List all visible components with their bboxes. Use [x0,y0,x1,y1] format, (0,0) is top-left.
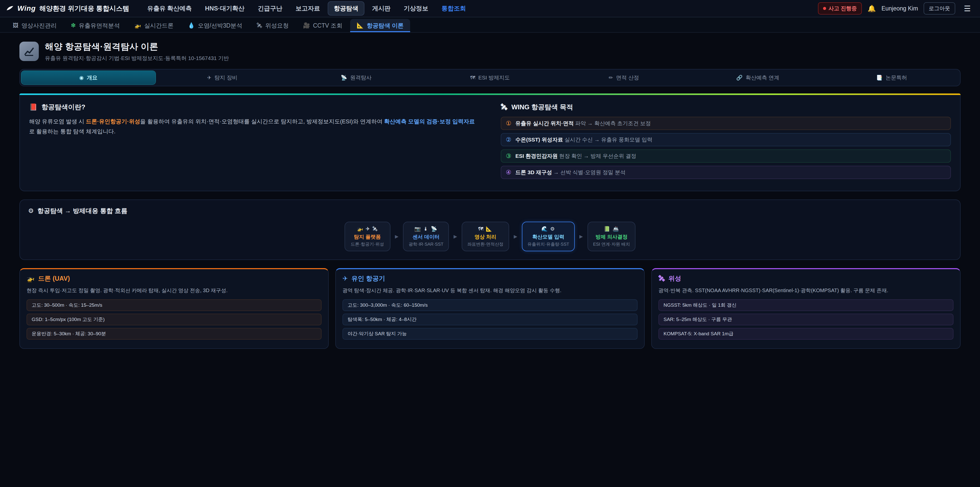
purpose-item-3: ③ ESI 환경민감자원 현장 확인 → 방제 우선순위 결정 [501,149,951,163]
plane-icon: ✈ [342,275,348,282]
subtab-label: CCTV 조회 [313,22,342,30]
text-segment: 해양 유류오염 발생 시 [29,118,86,125]
subtab-aerial-search-theory[interactable]: 📐 항공탐색 이론 [350,19,410,32]
card-title: 드론 (UAV) [38,274,70,283]
nav-oil-spill-prediction[interactable]: 유출유 확산예측 [142,2,197,15]
panel-header: 🛰 WING 항공탐색 목적 [501,103,951,112]
tab-detection-equipment[interactable]: ✈ 탐지 장비 [156,71,290,84]
nav-reports[interactable]: 보고자료 [290,2,326,15]
nav-board[interactable]: 게시판 [366,2,396,15]
card-header: 🛰 위성 [659,274,953,283]
incident-status-badge[interactable]: 사고 진행중 [818,2,862,14]
manned-aircraft-card: ✈ 유인 항공기 광역 탐색·장시간 체공. 광학·IR·SAR·SLAR·UV… [335,268,645,349]
circled-number-icon: ④ [506,169,511,176]
tab-overview[interactable]: ◉ 개요 [21,71,156,84]
tab-papers-patents[interactable]: 📑 논문특허 [824,71,959,84]
nav-aerial-search[interactable]: 항공탐색 [328,1,364,16]
satellite-icon: 🛰 [659,275,665,282]
flow-step-model-input: 🌊 ⚙ 확산모델 입력 유출위치·유출량·SST [522,222,575,251]
spec-row: GSD: 1–5cm/px (100m 고도 기준) [27,314,321,325]
subtab-pollution-ship-3d[interactable]: 💧 오염/선박3D분석 [181,19,249,32]
highlight-model-input: 확산예측 모델의 검증·보정 입력자료 [384,118,475,125]
purpose-text: 수온(SST) 위성자료 실시간 수신 → 유출유 풍화모델 입력 [515,136,652,143]
spec-row: 고도: 300–3,000m · 속도: 60–150m/s [342,299,638,311]
card-description: 광역·반복 관측. SST(NOAA AVHRR·NGSST)·SAR(Sent… [659,286,953,295]
spec-row: KOMPSAT-5: X-band SAR 1m급 [659,328,953,340]
tab-label: ESI 방제지도 [478,74,510,81]
tab-label: 개요 [87,74,97,81]
page-title-group: 해양 항공탐색·원격탐사 이론 유출유 원격탐지·항공감시 기법·ESI 방제정… [45,41,229,62]
drone-card: 🚁 드론 (UAV) 현장 즉시 투입·저고도 정밀 촬영. 광학·적외선 카메… [19,268,329,349]
wing-purpose-panel: 🛰 WING 항공탐색 목적 ① 유출유 실시간 위치·면적 파악 → 확산예측… [501,103,951,182]
antenna-icon: 📡 [341,75,347,81]
book-icon: 📕 [29,103,37,111]
nav-integrated-search[interactable]: 통합조회 [436,2,472,15]
nav-weather-info[interactable]: 기상정보 [398,2,434,15]
panel-title: 항공탐색이란? [41,103,85,112]
subtab-label: 영상사진관리 [21,22,57,30]
flow-step-label: 확산모델 입력 [528,233,569,240]
app-logo[interactable]: Wing 해양환경 위기대응 통합시스템 [6,4,129,13]
subtab-label: 위성요청 [265,22,289,30]
incident-dot-icon [823,7,826,10]
tab-remote-sensing[interactable]: 📡 원격탐사 [289,71,423,84]
notification-bell-icon[interactable]: 🔔 [867,5,876,13]
circled-number-icon: ② [506,136,511,143]
page-header: 해양 항공탐색·원격탐사 이론 유출유 원격탐지·항공감시 기법·ESI 방제정… [19,41,961,62]
purpose-rest: 실시간 수신 → 유출유 풍화모델 입력 [563,137,652,142]
card-title: 위성 [668,274,681,283]
hamburger-menu-icon[interactable]: ☰ [961,3,974,14]
section-tabbar: ◉ 개요 ✈ 탐지 장비 📡 원격탐사 🗺 ESI 방제지도 ✏ 면적 산정 🔗 [19,69,961,86]
satellite-card: 🛰 위성 광역·반복 관측. SST(NOAA AVHRR·NGSST)·SAR… [651,268,961,349]
drone-icon: 🚁 [27,275,35,282]
flow-step-desc: 유출위치·유출량·SST [528,241,569,247]
spec-row: 야간·악기상 SAR 탐지 가능 [342,328,638,340]
subtab-realtime-drone[interactable]: 🚁 실시간드론 [127,19,180,32]
subtab-cctv-view[interactable]: 🎥 CCTV 조회 [296,19,349,32]
purpose-item-2: ② 수온(SST) 위성자료 실시간 수신 → 유출유 풍화모델 입력 [501,133,951,146]
card-header: 🚁 드론 (UAV) [27,274,321,283]
integrated-flow-section: ⚙ 항공탐색 → 방제대응 통합 흐름 🚁 ✈ 🛰 탐지 플랫폼 드론·항공기·… [19,200,961,260]
logo-text: Wing [18,4,36,13]
tab-label: 면적 산정 [616,74,639,81]
circled-number-icon: ③ [506,152,511,160]
logout-button[interactable]: 로그아웃 [924,2,955,14]
card-description: 현장 즉시 투입·저고도 정밀 촬영. 광학·적외선 카메라 탑재, 실시간 영… [27,286,321,295]
tab-label: 논문특허 [886,74,907,81]
flow-step-label: 방제 의사결정 [593,233,630,240]
purpose-text: 드론 3D 재구성 → 선박 식별·오염원 정밀 분석 [515,169,626,176]
spec-row: 고도: 30–500m · 속도: 15–25m/s [27,299,321,311]
decision-icons: 📗 🚢 [593,226,630,232]
purpose-bold: 유출유 실시간 위치·면적 [515,120,574,126]
purpose-item-4: ④ 드론 3D 재구성 → 선박 식별·오염원 정밀 분석 [501,166,951,179]
subtab-image-photo-management[interactable]: 🖼 영상사진관리 [6,19,63,32]
incident-badge-label: 사고 진행중 [829,5,857,12]
purpose-rest: 현장 확인 → 방제 우선순위 결정 [558,153,636,159]
spec-row: NGSST: 5km 해상도 · 일 1회 갱신 [659,299,953,311]
chart-page-icon [19,42,39,61]
panel-header: 📕 항공탐색이란? [29,103,479,112]
spec-row: 탐색폭: 5–50km · 체공: 4–8시간 [342,314,638,325]
flow-step-sensor-data: 📷 🌡 📡 센서 데이터 광학·IR·SAR·SST [403,222,449,251]
arrow-right-icon: ▶ [579,234,583,239]
nav-emergency-rescue[interactable]: 긴급구난 [252,2,288,15]
flow-diagram: 🚁 ✈ 🛰 탐지 플랫폼 드론·항공기·위성 ▶ 📷 🌡 📡 센서 데이터 광학… [28,222,952,251]
highlight-platforms: 드론·유인항공기·위성 [86,118,140,125]
app-viewport: Wing 해양환경 위기대응 통합시스템 유출유 확산예측 HNS·대기확산 긴… [0,0,980,487]
link-icon: 🔗 [736,75,743,81]
subtab-oil-area-analysis[interactable]: ❇ 유출유면적분석 [64,19,126,32]
flow-step-response-decision: 📗 🚢 방제 의사결정 ESI 연계·자원 배치 [587,222,636,251]
tab-esi-map[interactable]: 🗺 ESI 방제지도 [423,71,557,84]
subtab-satellite-request[interactable]: 🛰 위성요청 [250,19,295,32]
nav-hns-atmospheric[interactable]: HNS·대기확산 [199,2,250,15]
wing-logo-icon [6,4,14,13]
page-title: 해양 항공탐색·원격탐사 이론 [45,41,229,53]
main-content: 해양 항공탐색·원격탐사 이론 유출유 원격탐지·항공감시 기법·ESI 방제정… [0,33,980,369]
map-icon: 🗺 [470,75,475,81]
tab-prediction-link[interactable]: 🔗 확산예측 연계 [691,71,825,84]
purpose-item-1: ① 유출유 실시간 위치·면적 파악 → 확산예측 초기조건 보정 [501,117,951,130]
satellite-icon: 🛰 [501,103,508,111]
sub-navigation-bar: 🖼 영상사진관리 ❇ 유출유면적분석 🚁 실시간드론 💧 오염/선박3D분석 🛰… [0,18,980,33]
text-segment: 로 활용하는 통합 탐색 체계입니다. [29,128,116,134]
tab-area-calculation[interactable]: ✏ 면적 산정 [557,71,691,84]
